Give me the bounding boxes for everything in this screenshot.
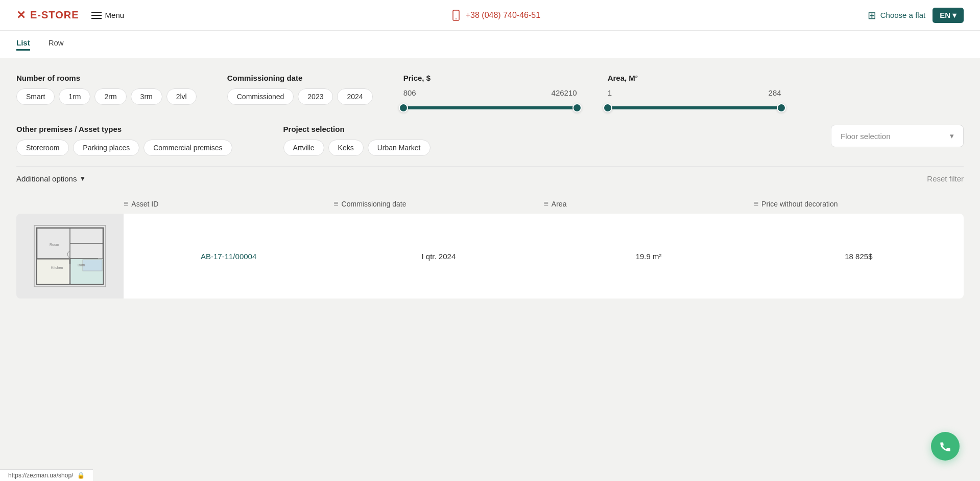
price-min: 806 xyxy=(403,88,416,97)
chip-smart[interactable]: Smart xyxy=(16,88,55,105)
area-range-values: 1 284 xyxy=(608,88,781,97)
asset-id-value: AB-17-11/00004 xyxy=(201,252,256,261)
cell-asset-id: AB-17-11/00004 xyxy=(124,214,333,299)
th-commissioning-date: ≡ Commissioning date xyxy=(333,199,543,209)
svg-rect-9 xyxy=(37,259,69,284)
price-max: 426210 xyxy=(552,88,577,97)
chip-2023[interactable]: 2023 xyxy=(298,88,333,105)
header-left: ✕ E-STORE Menu xyxy=(16,9,124,22)
grid-icon: ⊞ xyxy=(868,9,876,21)
chevron-down-icon: ▾ xyxy=(950,131,954,141)
table-header: ≡ Asset ID ≡ Commissioning date ≡ Area ≡… xyxy=(0,194,980,214)
area-min: 1 xyxy=(608,88,612,97)
area-filter: Area, M² 1 284 xyxy=(608,74,781,110)
language-button[interactable]: EN ▾ xyxy=(933,8,964,23)
rooms-label: Number of rooms xyxy=(16,74,197,82)
area-value: 19.9 m² xyxy=(636,252,662,261)
svg-text:Bath: Bath xyxy=(78,263,85,267)
cell-thumbnail[interactable]: Kitchen Bath Room xyxy=(16,214,124,299)
project-filter: Project selection Artville Keks Urban Ma… xyxy=(283,125,431,156)
commissioning-chips: Commissioned 2023 2024 xyxy=(227,88,373,105)
price-value: 18 825$ xyxy=(845,252,872,261)
chip-storeroom[interactable]: Storeroom xyxy=(16,140,69,156)
price-label: Price, $ xyxy=(403,74,577,82)
menu-button[interactable]: Menu xyxy=(91,11,125,19)
phone-icon xyxy=(451,9,461,20)
chevron-down-icon: ▾ xyxy=(81,174,85,183)
chip-2lvl[interactable]: 2lvl xyxy=(166,88,197,105)
view-toggle: List Row xyxy=(0,31,980,58)
filters-area: Number of rooms Smart 1rm 2rm 3rm 2lvl C… xyxy=(0,58,980,190)
chip-commercial[interactable]: Commercial premises xyxy=(144,140,232,156)
choose-flat-button[interactable]: ⊞ Choose a flat xyxy=(868,9,925,21)
price-thumb-right[interactable] xyxy=(572,103,582,112)
th-asset-id: ≡ Asset ID xyxy=(124,199,333,209)
chip-artville[interactable]: Artville xyxy=(283,140,324,156)
area-thumb-left[interactable] xyxy=(603,103,612,112)
chip-2024[interactable]: 2024 xyxy=(337,88,372,105)
chip-3rm[interactable]: 3rm xyxy=(131,88,162,105)
additional-options-row: Additional options ▾ Reset filter xyxy=(16,166,964,190)
chip-2rm[interactable]: 2rm xyxy=(94,88,126,105)
chip-1rm[interactable]: 1rm xyxy=(59,88,90,105)
logo-text: E-STORE xyxy=(30,9,79,21)
additional-options-label: Additional options xyxy=(16,174,77,183)
rooms-filter: Number of rooms Smart 1rm 2rm 3rm 2lvl xyxy=(16,74,197,105)
logo: ✕ E-STORE xyxy=(16,9,79,22)
project-chips: Artville Keks Urban Market xyxy=(283,140,431,156)
chip-keks[interactable]: Keks xyxy=(328,140,364,156)
chip-commissioned[interactable]: Commissioned xyxy=(227,88,294,105)
price-thumb-left[interactable] xyxy=(399,103,408,112)
project-label: Project selection xyxy=(283,125,431,133)
area-max: 284 xyxy=(769,88,781,97)
phone-number[interactable]: +38 (048) 740-46-51 xyxy=(466,11,540,20)
other-premises-chips: Storeroom Parking places Commercial prem… xyxy=(16,140,232,156)
svg-text:Room: Room xyxy=(50,243,59,246)
other-premises-filter: Other premises / Asset types Storeroom P… xyxy=(16,125,232,156)
filter-row-1: Number of rooms Smart 1rm 2rm 3rm 2lvl C… xyxy=(16,74,964,110)
area-range-track[interactable] xyxy=(608,106,781,109)
commissioning-label: Commissioning date xyxy=(227,74,373,82)
flat-plan-svg: Kitchen Bath Room xyxy=(32,223,108,289)
sort-icon: ≡ xyxy=(333,199,338,209)
menu-icon xyxy=(91,12,102,19)
th-area-label: Area xyxy=(552,200,567,208)
cell-price: 18 825$ xyxy=(754,214,964,299)
th-area: ≡ Area xyxy=(544,199,754,209)
other-premises-label: Other premises / Asset types xyxy=(16,125,232,133)
th-asset-id-label: Asset ID xyxy=(131,200,158,208)
rooms-chips: Smart 1rm 2rm 3rm 2lvl xyxy=(16,88,197,105)
th-price: ≡ Price without decoration xyxy=(754,199,964,209)
cell-commissioning-date: I qtr. 2024 xyxy=(333,214,543,299)
commissioning-filter: Commissioning date Commissioned 2023 202… xyxy=(227,74,373,105)
price-filter: Price, $ 806 426210 xyxy=(403,74,577,110)
floor-select[interactable]: Floor selection ▾ xyxy=(831,125,964,147)
header-center: +38 (048) 740-46-51 xyxy=(451,9,540,20)
choose-flat-label: Choose a flat xyxy=(880,11,925,19)
header: ✕ E-STORE Menu +38 (048) 740-46-51 ⊞ Cho… xyxy=(0,0,980,31)
th-commissioning-date-label: Commissioning date xyxy=(342,200,407,208)
header-right: ⊞ Choose a flat EN ▾ xyxy=(868,8,964,23)
area-label: Area, M² xyxy=(608,74,781,82)
svg-rect-8 xyxy=(83,260,102,271)
tab-list[interactable]: List xyxy=(16,38,30,51)
lang-label: EN xyxy=(940,11,950,19)
tab-row[interactable]: Row xyxy=(49,38,64,51)
th-price-label: Price without decoration xyxy=(761,200,838,208)
svg-point-1 xyxy=(456,18,457,19)
svg-text:Kitchen: Kitchen xyxy=(51,266,63,269)
commissioning-date-value: I qtr. 2024 xyxy=(422,252,456,261)
chevron-down-icon: ▾ xyxy=(952,11,957,20)
price-range-track[interactable] xyxy=(403,106,577,109)
cell-area: 19.9 m² xyxy=(544,214,754,299)
chip-urban-market[interactable]: Urban Market xyxy=(368,140,431,156)
menu-label: Menu xyxy=(105,11,125,19)
area-thumb-right[interactable] xyxy=(777,103,786,112)
reset-filter-button[interactable]: Reset filter xyxy=(927,174,964,183)
floor-select-label: Floor selection xyxy=(841,132,891,141)
price-range-values: 806 426210 xyxy=(403,88,577,97)
additional-options-toggle[interactable]: Additional options ▾ xyxy=(16,174,85,183)
chip-parking[interactable]: Parking places xyxy=(73,140,139,156)
sort-icon: ≡ xyxy=(754,199,758,209)
logo-icon: ✕ xyxy=(16,9,26,22)
